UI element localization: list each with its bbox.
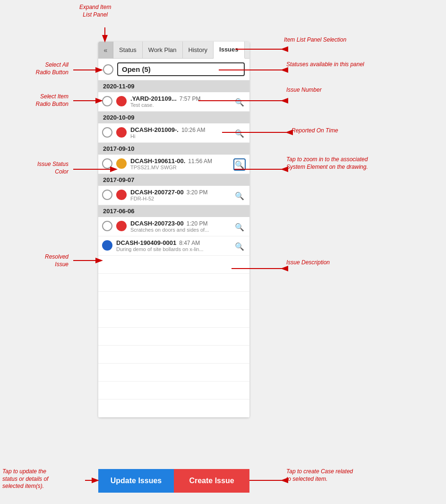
date-header-1: 2020-11-09: [98, 80, 249, 92]
resolved-issue-content: DCASH-190409-0001 8:47 AM During demo of…: [116, 239, 232, 252]
zoom-button-resolved[interactable]: 🔍: [233, 240, 246, 252]
issue-content-2: DCASH-201009-. 10:26 AM Hi: [130, 126, 232, 139]
tab-bar: « Status Work Plan History Issues: [98, 42, 249, 59]
annotation-issue-desc: Issue Description: [286, 259, 419, 267]
issue-item-2[interactable]: DCASH-201009-. 10:26 AM Hi 🔍: [98, 123, 249, 143]
empty-row-8: [98, 382, 249, 400]
empty-row-9: [98, 400, 249, 417]
issue-content-3: DCASH-190611-00. 11:56 AM TPSS21.MV SWGR: [130, 157, 232, 170]
annotation-tap-update: Tap to update thestatus or details ofsel…: [2, 468, 83, 490]
status-row: Open (5): [98, 59, 249, 80]
select-item-radio-3[interactable]: [102, 158, 112, 169]
zoom-button-4[interactable]: 🔍: [233, 190, 246, 202]
annotation-reported-on-time: Reported On Time: [292, 127, 424, 135]
empty-row-2: [98, 274, 249, 292]
select-item-radio-2[interactable]: [102, 127, 112, 138]
annotation-statuses: Statuses available in this panel: [286, 61, 419, 69]
issue-time-1: 7:57 PM: [180, 96, 201, 102]
issue-desc-1: Test case.: [130, 102, 220, 108]
status-badge[interactable]: Open (5): [117, 62, 245, 76]
issue-title-row-5: DCASH-200723-00 1:20 PM: [130, 220, 232, 227]
expand-panel-button[interactable]: «: [98, 42, 113, 59]
zoom-button-3[interactable]: 🔍: [233, 158, 246, 171]
empty-row-1: [98, 256, 249, 274]
tab-history[interactable]: History: [183, 42, 214, 59]
resolved-issue-title-row: DCASH-190409-0001 8:47 AM: [116, 239, 232, 246]
issue-time-4: 3:20 PM: [187, 189, 208, 196]
issue-dot-5: [116, 221, 127, 231]
annotation-resolved: ResolvedIssue: [7, 253, 69, 268]
issue-time-3: 11:56 AM: [188, 158, 212, 165]
empty-row-6: [98, 346, 249, 364]
zoom-button-2[interactable]: 🔍: [233, 127, 246, 139]
issue-desc-2: Hi: [130, 133, 220, 139]
empty-row-4: [98, 310, 249, 328]
issue-time-5: 1:20 PM: [187, 220, 208, 227]
date-header-4: 2017-09-07: [98, 174, 249, 186]
annotation-tap-zoom: Tap to zoom in to the associatedSystem E…: [286, 156, 419, 171]
annotation-issue-number: Issue Number: [286, 87, 419, 94]
issue-dot-3: [116, 158, 127, 169]
resolved-issue-time: 8:47 AM: [179, 240, 200, 246]
issue-number-4: DCASH-200727-00: [130, 189, 184, 196]
issue-item-4[interactable]: DCASH-200727-00 3:20 PM FDR-H-52 🔍: [98, 186, 249, 205]
create-issue-button[interactable]: Create Issue: [174, 469, 249, 493]
issue-dot-1: [116, 96, 127, 106]
annotation-tap-create: Tap to create Case relatedto selected it…: [286, 468, 419, 483]
issue-number-1: .YARD-201109...: [130, 95, 177, 102]
empty-row-7: [98, 364, 249, 382]
annotation-select-item: Select ItemRadio Button: [7, 93, 69, 108]
date-header-5: 2017-06-06: [98, 205, 249, 217]
issues-panel: « Status Work Plan History Issues Open (…: [98, 42, 249, 417]
empty-row-5: [98, 328, 249, 346]
issue-dot-4: [116, 190, 127, 200]
main-container: « Status Work Plan History Issues Open (…: [0, 0, 446, 504]
issue-content-5: DCASH-200723-00 1:20 PM Scratches on doo…: [130, 220, 232, 233]
resolved-issue-desc: During demo of site bollards on x-lin...: [116, 246, 206, 252]
select-item-radio-1[interactable]: [102, 96, 112, 106]
issue-content-4: DCASH-200727-00 3:20 PM FDR-H-52: [130, 189, 232, 201]
issue-dot-2: [116, 127, 127, 138]
annotation-select-all: Select AllRadio Button: [7, 61, 69, 76]
issue-item-5[interactable]: DCASH-200723-00 1:20 PM Scratches on doo…: [98, 217, 249, 236]
issue-number-2: DCASH-201009-.: [130, 126, 179, 133]
issue-title-row-1: .YARD-201109... 7:57 PM: [130, 95, 232, 102]
issue-number-3: DCASH-190611-00.: [130, 157, 185, 165]
resolved-issue-item[interactable]: DCASH-190409-0001 8:47 AM During demo of…: [98, 236, 249, 256]
tab-issues[interactable]: Issues: [214, 42, 244, 59]
zoom-button-1[interactable]: 🔍: [233, 96, 246, 108]
update-issues-button[interactable]: Update Issues: [98, 469, 174, 493]
select-item-radio-4[interactable]: [102, 190, 112, 200]
issue-number-5: DCASH-200723-00: [130, 220, 184, 227]
tab-status[interactable]: Status: [113, 42, 143, 59]
date-header-3: 2017-09-10: [98, 143, 249, 155]
issue-item-1[interactable]: .YARD-201109... 7:57 PM Test case. 🔍: [98, 92, 249, 112]
bottom-buttons: Update Issues Create Issue: [98, 469, 249, 493]
issue-title-row-2: DCASH-201009-. 10:26 AM: [130, 126, 232, 133]
resolved-issue-dot: [102, 240, 112, 251]
issue-time-2: 10:26 AM: [181, 127, 206, 133]
select-all-radio[interactable]: [103, 64, 113, 75]
resolved-issue-number: DCASH-190409-0001: [116, 239, 176, 246]
issue-title-row-4: DCASH-200727-00 3:20 PM: [130, 189, 232, 196]
empty-row-3: [98, 292, 249, 310]
date-header-2: 2020-10-09: [98, 112, 249, 123]
tab-workplan[interactable]: Work Plan: [143, 42, 183, 59]
issue-desc-5: Scratches on doors and sides of...: [130, 227, 220, 233]
issue-title-row-3: DCASH-190611-00. 11:56 AM: [130, 157, 232, 165]
issue-item-3[interactable]: DCASH-190611-00. 11:56 AM TPSS21.MV SWGR…: [98, 155, 249, 174]
zoom-button-5[interactable]: 🔍: [233, 221, 246, 233]
issue-desc-4: FDR-H-52: [130, 196, 220, 201]
annotation-expand-panel: Expand ItemList Panel: [79, 4, 111, 18]
issue-desc-3: TPSS21.MV SWGR: [130, 165, 220, 170]
select-item-radio-5[interactable]: [102, 221, 112, 231]
annotation-issue-status: Issue StatusColor: [7, 161, 69, 175]
annotation-item-list-panel: Item List Panel Selection: [284, 36, 416, 44]
issue-content-1: .YARD-201109... 7:57 PM Test case.: [130, 95, 232, 108]
